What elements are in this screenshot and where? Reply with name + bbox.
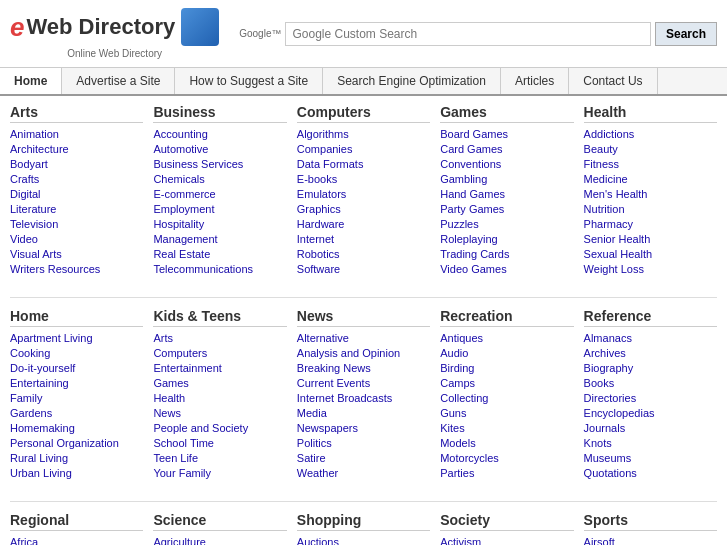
- category-link[interactable]: Africa: [10, 536, 38, 545]
- category-link[interactable]: Robotics: [297, 248, 340, 260]
- category-link[interactable]: School Time: [153, 437, 214, 449]
- category-link[interactable]: Emulators: [297, 188, 347, 200]
- category-link[interactable]: Current Events: [297, 377, 370, 389]
- category-link[interactable]: Animation: [10, 128, 59, 140]
- category-link[interactable]: Business Services: [153, 158, 243, 170]
- category-link[interactable]: Knots: [584, 437, 612, 449]
- category-link[interactable]: Entertainment: [153, 362, 221, 374]
- category-link[interactable]: Teen Life: [153, 452, 198, 464]
- category-link[interactable]: Employment: [153, 203, 214, 215]
- category-link[interactable]: Analysis and Opinion: [297, 347, 400, 359]
- category-link[interactable]: Internet: [297, 233, 334, 245]
- category-link[interactable]: Telecommunications: [153, 263, 253, 275]
- category-link[interactable]: Antiques: [440, 332, 483, 344]
- category-link[interactable]: Internet Broadcasts: [297, 392, 392, 404]
- category-link[interactable]: Models: [440, 437, 475, 449]
- category-link[interactable]: Collecting: [440, 392, 488, 404]
- category-link[interactable]: Motorcycles: [440, 452, 499, 464]
- category-link[interactable]: Nutrition: [584, 203, 625, 215]
- category-link[interactable]: Visual Arts: [10, 248, 62, 260]
- category-link[interactable]: Algorithms: [297, 128, 349, 140]
- category-link[interactable]: Men's Health: [584, 188, 648, 200]
- category-link[interactable]: Beauty: [584, 143, 618, 155]
- category-link[interactable]: Medicine: [584, 173, 628, 185]
- category-link[interactable]: Card Games: [440, 143, 502, 155]
- category-link[interactable]: Computers: [153, 347, 207, 359]
- category-link[interactable]: Breaking News: [297, 362, 371, 374]
- search-button[interactable]: Search: [655, 22, 717, 46]
- category-link[interactable]: Weather: [297, 467, 338, 479]
- nav-item-4[interactable]: Articles: [501, 68, 569, 94]
- category-link[interactable]: Biography: [584, 362, 634, 374]
- category-link[interactable]: Sexual Health: [584, 248, 653, 260]
- nav-item-3[interactable]: Search Engine Optimization: [323, 68, 501, 94]
- category-link[interactable]: Satire: [297, 452, 326, 464]
- category-link[interactable]: Data Formats: [297, 158, 364, 170]
- category-link[interactable]: Personal Organization: [10, 437, 119, 449]
- category-link[interactable]: Encyclopedias: [584, 407, 655, 419]
- category-link[interactable]: People and Society: [153, 422, 248, 434]
- category-link[interactable]: Do-it-yourself: [10, 362, 75, 374]
- category-link[interactable]: Camps: [440, 377, 475, 389]
- category-link[interactable]: Crafts: [10, 173, 39, 185]
- category-link[interactable]: Writers Resources: [10, 263, 100, 275]
- category-link[interactable]: Video Games: [440, 263, 506, 275]
- category-link[interactable]: Gardens: [10, 407, 52, 419]
- category-link[interactable]: Urban Living: [10, 467, 72, 479]
- category-link[interactable]: Puzzles: [440, 218, 479, 230]
- category-link[interactable]: Newspapers: [297, 422, 358, 434]
- category-link[interactable]: Automotive: [153, 143, 208, 155]
- category-link[interactable]: Auctions: [297, 536, 339, 545]
- category-link[interactable]: Trading Cards: [440, 248, 509, 260]
- category-link[interactable]: Media: [297, 407, 327, 419]
- category-link[interactable]: Cooking: [10, 347, 50, 359]
- category-link[interactable]: Gambling: [440, 173, 487, 185]
- category-link[interactable]: Rural Living: [10, 452, 68, 464]
- category-link[interactable]: Alternative: [297, 332, 349, 344]
- category-link[interactable]: Kites: [440, 422, 464, 434]
- nav-item-1[interactable]: Advertise a Site: [62, 68, 175, 94]
- category-link[interactable]: Agriculture: [153, 536, 206, 545]
- nav-item-2[interactable]: How to Suggest a Site: [175, 68, 323, 94]
- category-link[interactable]: Airsoft: [584, 536, 615, 545]
- category-link[interactable]: Your Family: [153, 467, 211, 479]
- category-link[interactable]: Audio: [440, 347, 468, 359]
- category-link[interactable]: Real Estate: [153, 248, 210, 260]
- category-link[interactable]: Senior Health: [584, 233, 651, 245]
- category-link[interactable]: Companies: [297, 143, 353, 155]
- category-link[interactable]: Directories: [584, 392, 637, 404]
- category-link[interactable]: Almanacs: [584, 332, 632, 344]
- category-link[interactable]: Hand Games: [440, 188, 505, 200]
- category-link[interactable]: Fitness: [584, 158, 619, 170]
- category-link[interactable]: Software: [297, 263, 340, 275]
- category-link[interactable]: Health: [153, 392, 185, 404]
- category-link[interactable]: Arts: [153, 332, 173, 344]
- category-link[interactable]: Video: [10, 233, 38, 245]
- category-link[interactable]: Conventions: [440, 158, 501, 170]
- category-link[interactable]: Pharmacy: [584, 218, 634, 230]
- category-link[interactable]: Bodyart: [10, 158, 48, 170]
- category-link[interactable]: Books: [584, 377, 615, 389]
- category-link[interactable]: Politics: [297, 437, 332, 449]
- category-link[interactable]: Archives: [584, 347, 626, 359]
- category-link[interactable]: Apartment Living: [10, 332, 93, 344]
- category-link[interactable]: Birding: [440, 362, 474, 374]
- category-link[interactable]: News: [153, 407, 181, 419]
- category-link[interactable]: Games: [153, 377, 188, 389]
- category-link[interactable]: Parties: [440, 467, 474, 479]
- category-link[interactable]: Management: [153, 233, 217, 245]
- category-link[interactable]: Graphics: [297, 203, 341, 215]
- category-link[interactable]: Party Games: [440, 203, 504, 215]
- category-link[interactable]: Activism: [440, 536, 481, 545]
- category-link[interactable]: Homemaking: [10, 422, 75, 434]
- category-link[interactable]: E-books: [297, 173, 337, 185]
- search-input[interactable]: [285, 22, 651, 46]
- category-link[interactable]: Accounting: [153, 128, 207, 140]
- category-link[interactable]: Hospitality: [153, 218, 204, 230]
- category-link[interactable]: E-commerce: [153, 188, 215, 200]
- category-link[interactable]: Entertaining: [10, 377, 69, 389]
- category-link[interactable]: Guns: [440, 407, 466, 419]
- category-link[interactable]: Quotations: [584, 467, 637, 479]
- category-link[interactable]: Literature: [10, 203, 56, 215]
- category-link[interactable]: Hardware: [297, 218, 345, 230]
